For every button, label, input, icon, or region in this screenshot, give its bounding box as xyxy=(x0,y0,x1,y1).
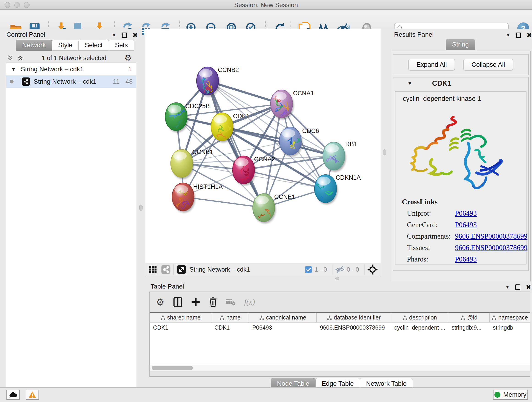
crosslink-genecard-link[interactable]: P06493 xyxy=(455,221,477,229)
memory-button[interactable]: Memory xyxy=(493,390,528,400)
grid-view-icon[interactable] xyxy=(148,265,157,274)
crosslink-pharos-link[interactable]: P06493 xyxy=(455,255,477,263)
crosslinks-title: CrossLinks xyxy=(402,198,527,206)
expand-all-button[interactable]: Expand All xyxy=(408,59,455,70)
table-header-row: shared name name canonical name database… xyxy=(150,313,530,322)
table-panel-close-icon[interactable]: ✖ xyxy=(526,283,531,291)
crosslink-label: GeneCard: xyxy=(407,221,455,229)
collection-count: 1 xyxy=(128,65,132,73)
collection-caret-icon[interactable]: ▼ xyxy=(11,67,16,72)
table-options-gear-icon[interactable]: ⚙ xyxy=(156,297,165,308)
main-toolbar: ? xyxy=(0,10,532,29)
network-selection-status: 1 of 1 Network selected xyxy=(24,55,124,62)
cell-name[interactable]: CDK1 xyxy=(211,322,249,332)
svg-text:CDK1: CDK1 xyxy=(233,113,249,120)
birdseye-view-icon[interactable] xyxy=(367,264,378,275)
table-box: ⚙ f(x) shared name name canonical name d… xyxy=(149,292,530,377)
cell-database-identifier[interactable]: 9606.ENSP00000378699 xyxy=(317,322,391,332)
column-header[interactable]: shared name xyxy=(150,313,211,322)
column-header[interactable]: name xyxy=(211,313,249,322)
attribute-icon xyxy=(327,315,332,320)
network-node-CDC6[interactable] xyxy=(279,127,302,157)
network-node-CCNB1[interactable] xyxy=(171,149,194,179)
control-panel-close-icon[interactable]: ✖ xyxy=(133,32,138,39)
cell-namespace[interactable]: stringdb xyxy=(490,322,530,332)
attribute-icon xyxy=(491,315,496,320)
collapse-all-button[interactable]: Collapse All xyxy=(463,59,513,70)
protein-accordion-header[interactable]: ▼ CDK1 xyxy=(393,77,528,89)
results-panel-float-icon[interactable] xyxy=(516,32,521,38)
network-node-CDKN1A[interactable] xyxy=(315,175,338,204)
table-row[interactable]: CDK1 CDK1 P06493 9606.ENSP00000378699 cy… xyxy=(150,322,530,332)
crosslink-label: Compartments: xyxy=(407,232,455,240)
crosslink-tissues-link[interactable]: 9606.ENSP00000378699 xyxy=(455,244,527,252)
network-node-HIST1H1A[interactable] xyxy=(172,183,195,213)
table-panel-float-icon[interactable] xyxy=(515,284,520,290)
control-panel-float-icon[interactable] xyxy=(122,32,127,38)
bottom-splitter-handle[interactable] xyxy=(336,277,339,280)
results-panel-collapse-icon[interactable]: ▼ xyxy=(506,32,510,38)
protein-description: cyclin–dependent kinase 1 xyxy=(403,95,526,102)
node-table: shared name name canonical name database… xyxy=(150,312,530,332)
cell-canonical-name[interactable]: P06493 xyxy=(249,322,317,332)
add-column-icon[interactable] xyxy=(191,298,200,307)
delete-column-icon[interactable] xyxy=(209,297,217,307)
cell-description[interactable]: cyclin–dependent ... xyxy=(391,322,448,332)
table-panel-title: Table Panel xyxy=(151,283,184,290)
column-header[interactable]: description xyxy=(391,313,448,322)
network-node-CDK1[interactable] xyxy=(211,113,234,143)
crosslink-uniprot-link[interactable]: P06493 xyxy=(455,209,477,217)
tab-network[interactable]: Network xyxy=(16,40,52,51)
column-header[interactable]: namespace xyxy=(490,313,530,322)
results-panel-close-icon[interactable]: ✖ xyxy=(526,32,532,39)
network-node-CCNB2[interactable] xyxy=(196,67,220,97)
crosslink-compartments-link[interactable]: 9606.ENSP00000378699 xyxy=(455,232,527,240)
cloud-status-button[interactable] xyxy=(6,390,20,400)
expand-all-networks-icon[interactable] xyxy=(17,55,24,61)
control-panel-collapse-icon[interactable]: ▼ xyxy=(112,32,116,38)
svg-text:CCNE1: CCNE1 xyxy=(274,193,295,200)
column-header[interactable]: database identifier xyxy=(317,313,391,322)
network-node-CCNE1[interactable] xyxy=(253,194,276,223)
network-canvas[interactable]: CCNB2CCNA1CDC25BCDK1CDC6RB1CCNB1CCNA2CDK… xyxy=(145,29,381,263)
tab-style[interactable]: Style xyxy=(52,40,79,51)
column-header[interactable]: canonical name xyxy=(249,313,317,322)
svg-text:RB1: RB1 xyxy=(345,141,357,148)
warning-icon xyxy=(28,391,36,398)
tab-sets[interactable]: Sets xyxy=(109,40,134,51)
results-panel-title: Results Panel xyxy=(394,31,434,38)
protein-caret-icon[interactable]: ▼ xyxy=(407,80,412,86)
cell-id[interactable]: stringdb:9... xyxy=(448,322,490,332)
control-panel-title: Control Panel xyxy=(6,31,45,38)
show-columns-icon[interactable] xyxy=(173,297,182,307)
column-header[interactable]: @id xyxy=(448,313,490,322)
hidden-counts: 0 - 0 xyxy=(347,266,359,273)
network-current-dot-icon xyxy=(10,80,13,83)
cell-shared-name[interactable]: CDK1 xyxy=(150,322,211,332)
scrollbar-thumb[interactable] xyxy=(152,366,193,370)
network-node-RB1[interactable] xyxy=(323,142,346,172)
cloud-icon xyxy=(9,392,17,398)
left-splitter-handle[interactable] xyxy=(139,205,143,211)
string-view-icon[interactable] xyxy=(161,265,171,274)
svg-text:CDC6: CDC6 xyxy=(302,128,319,134)
warnings-button[interactable] xyxy=(26,390,39,400)
network-options-gear-icon[interactable]: ⚙ xyxy=(124,53,132,63)
network-row[interactable]: String Network – cdk1 11 48 xyxy=(6,75,136,88)
right-splitter-handle[interactable] xyxy=(383,149,386,155)
open-in-new-window-icon[interactable] xyxy=(177,265,186,274)
collapse-all-networks-icon[interactable] xyxy=(7,55,14,61)
memory-status-dot-icon xyxy=(494,392,500,398)
hidden-eye-icon[interactable] xyxy=(335,265,344,274)
table-horizontal-scrollbar[interactable] xyxy=(150,365,530,371)
selected-checkbox-icon[interactable] xyxy=(304,266,312,274)
network-view[interactable]: CCNB2CCNA1CDC25BCDK1CDC6RB1CCNB1CCNA2CDK… xyxy=(145,29,381,263)
tab-select[interactable]: Select xyxy=(79,40,109,51)
network-node-count: 11 xyxy=(113,78,120,85)
table-panel-collapse-icon[interactable]: ▼ xyxy=(505,284,510,290)
collection-name: String Network – cdk1 xyxy=(21,65,84,73)
network-collection-row[interactable]: ▼ String Network – cdk1 1 xyxy=(6,63,136,75)
tab-string-results[interactable]: String xyxy=(446,39,475,50)
table-panel: Table Panel ▼ ✖ ⚙ f(x) shared name name … xyxy=(148,281,532,387)
network-edge-count: 48 xyxy=(126,78,133,85)
